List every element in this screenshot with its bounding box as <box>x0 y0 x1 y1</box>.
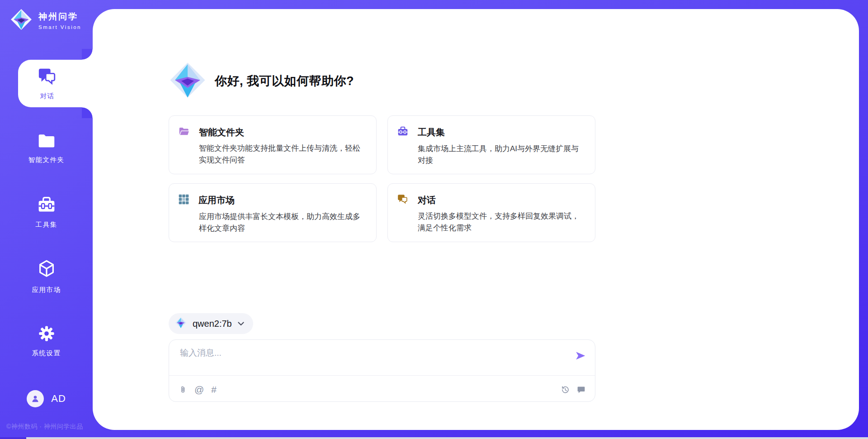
chevron-down-icon <box>238 320 244 328</box>
sidebar: 神州问学 Smart Vision 对话 智能文件夹 <box>0 0 93 439</box>
card-smart-folder[interactable]: 智能文件夹 智能文件夹功能支持批量文件上传与清洗，轻松实现文件问答 <box>169 115 377 174</box>
greeting: 你好, 我可以如何帮助你? <box>169 61 354 101</box>
user-account[interactable]: AD <box>0 390 93 407</box>
sidebar-item-toolset[interactable]: 工具集 <box>0 188 93 236</box>
toolbox-icon <box>37 196 57 216</box>
at-icon[interactable]: @ <box>194 385 204 395</box>
paperclip-icon[interactable] <box>179 385 187 395</box>
cube-icon <box>36 259 57 282</box>
folder-icon <box>37 132 57 152</box>
brand-name: 神州问学 <box>38 11 81 23</box>
card-title: 应用市场 <box>198 194 235 206</box>
card-description: 集成市场上主流工具，助力AI与外界无缝扩展与对接 <box>418 143 584 167</box>
card-description: 应用市场提供丰富长文本模板，助力高效生成多样化文章内容 <box>199 211 365 234</box>
card-title: 工具集 <box>418 126 445 138</box>
sidebar-item-app-market[interactable]: 应用市场 <box>0 253 93 300</box>
card-description: 灵活切换多模型文件，支持多样回复效果调试，满足个性化需求 <box>418 210 584 234</box>
message-composer: @ # <box>169 339 595 402</box>
sidebar-item-chat[interactable]: 对话 <box>18 60 93 107</box>
sidebar-item-label: 工具集 <box>36 220 57 229</box>
card-description: 智能文件夹功能支持批量文件上传与清洗，轻松实现文件问答 <box>199 143 365 166</box>
composer-tools: @ # <box>179 385 217 395</box>
greeting-diamond-logo-icon <box>169 61 207 101</box>
sidebar-item-label: 应用市场 <box>32 286 61 294</box>
folder-open-icon <box>178 126 190 138</box>
card-app-market[interactable]: 应用市场 应用市场提供丰富长文本模板，助力高效生成多样化文章内容 <box>169 183 377 242</box>
sidebar-item-settings[interactable]: 系统设置 <box>0 317 93 364</box>
sidebar-item-label: 对话 <box>40 92 55 100</box>
avatar <box>27 390 44 407</box>
card-title: 对话 <box>418 194 436 206</box>
sidebar-nav: 对话 智能文件夹 工具集 <box>0 60 93 381</box>
sidebar-item-smart-folder[interactable]: 智能文件夹 <box>0 124 93 172</box>
comment-icon[interactable] <box>576 385 586 395</box>
window-bottom-edge <box>0 437 868 439</box>
send-button[interactable] <box>574 350 587 363</box>
sidebar-item-label: 系统设置 <box>32 349 61 358</box>
tab-corner-top <box>82 49 93 60</box>
history-icon[interactable] <box>561 385 570 395</box>
greeting-title: 你好, 我可以如何帮助你? <box>215 73 354 89</box>
card-title: 智能文件夹 <box>199 126 244 138</box>
brand-diamond-logo-icon <box>10 8 33 33</box>
brand: 神州问学 Smart Vision <box>10 8 81 33</box>
user-name: AD <box>51 393 66 405</box>
card-chat[interactable]: 对话 灵活切换多模型文件，支持多样回复效果调试，满足个性化需求 <box>387 183 595 242</box>
sidebar-item-label: 智能文件夹 <box>28 156 65 164</box>
model-name: qwen2:7b <box>193 319 232 329</box>
toolbox-icon <box>397 126 409 139</box>
composer-divider <box>169 375 595 376</box>
model-diamond-logo-icon <box>175 317 187 330</box>
hash-icon[interactable]: # <box>211 385 217 395</box>
model-selector[interactable]: qwen2:7b <box>169 313 253 334</box>
card-toolset[interactable]: 工具集 集成市场上主流工具，助力AI与外界无缝扩展与对接 <box>387 115 595 174</box>
chat-icon <box>397 194 409 206</box>
feature-cards: 智能文件夹 智能文件夹功能支持批量文件上传与清洗，轻松实现文件问答 工具集 集成… <box>169 115 595 242</box>
copyright-text: ©神州数码 · 神州问学出品 <box>6 423 92 431</box>
chat-icon <box>37 67 58 88</box>
grid-icon <box>178 194 189 207</box>
message-input[interactable] <box>180 347 560 373</box>
composer-right-tools <box>561 385 586 395</box>
brand-subtitle: Smart Vision <box>38 24 81 30</box>
tab-corner-bottom <box>82 107 93 118</box>
gear-icon <box>37 324 56 345</box>
